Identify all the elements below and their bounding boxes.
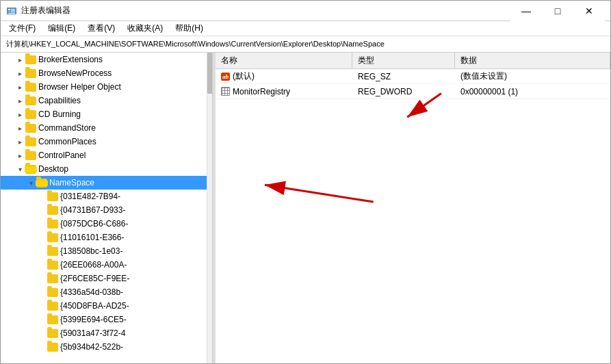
folder-icon — [47, 315, 58, 324]
tree-item-bho[interactable]: Browser Helper Object — [1, 80, 212, 94]
folder-icon — [25, 69, 36, 78]
tree-label: {59031a47-3f72-4 — [60, 328, 125, 338]
tree-item-namespace[interactable]: NameSpace — [1, 176, 212, 190]
tree-label: {26EE0668-A00A- — [60, 260, 127, 270]
expand-arrow — [14, 109, 25, 120]
tree-label: {138508bc-1e03- — [60, 246, 122, 256]
expand-arrow — [36, 273, 47, 284]
menu-edit[interactable]: 编辑(E) — [42, 21, 81, 36]
expand-arrow — [36, 191, 47, 202]
title-bar: 注册表编辑器 — □ ✕ — [1, 1, 610, 21]
tree-item-guid4[interactable]: {11016101-E366- — [1, 231, 212, 244]
tree-item-commonplaces[interactable]: CommonPlaces — [1, 135, 212, 148]
folder-icon — [47, 233, 58, 242]
folder-icon — [47, 343, 58, 352]
svg-rect-6 — [8, 13, 15, 14]
tree-label: {5399E694-6CE5- — [60, 315, 127, 324]
menu-favorites[interactable]: 收藏夹(A) — [122, 21, 168, 36]
folder-icon — [25, 138, 36, 146]
tree-item-browse[interactable]: BrowseNewProcess — [1, 66, 212, 80]
tree-item-guid2[interactable]: {04731B67-D933- — [1, 203, 212, 217]
tree-panel: BrokerExtensions BrowseNewProcess Browse… — [1, 53, 213, 364]
expand-arrow — [36, 246, 47, 257]
reg-sz-icon: ab — [221, 73, 230, 81]
minimize-button[interactable]: — — [510, 1, 542, 21]
tree-label: {4336a54d-038b- — [60, 287, 123, 297]
tree-label: {0875DCB6-C686- — [60, 219, 128, 229]
tree-label: {5b934b42-522b- — [60, 342, 123, 352]
folder-icon — [47, 302, 58, 311]
svg-rect-5 — [11, 12, 15, 12]
window-title: 注册表编辑器 — [21, 5, 70, 16]
folder-icon — [25, 110, 36, 119]
tree-item-guid5[interactable]: {138508bc-1e03- — [1, 244, 212, 258]
expand-arrow — [14, 54, 25, 65]
scrollbar-track — [207, 53, 212, 364]
folder-open-icon — [36, 179, 47, 187]
maximize-button[interactable]: □ — [542, 1, 573, 21]
folder-icon — [47, 288, 58, 297]
tree-item-guid8[interactable]: {4336a54d-038b- — [1, 285, 212, 299]
tree-label: BrowseNewProcess — [38, 68, 112, 78]
cell-name: ab (默认) — [216, 69, 352, 83]
main-content: BrokerExtensions BrowseNewProcess Browse… — [1, 53, 610, 364]
tree-item-guid11[interactable]: {59031a47-3f72-4 — [1, 326, 212, 340]
tree-item-guid6[interactable]: {26EE0668-A00A- — [1, 258, 212, 272]
folder-icon — [47, 220, 58, 229]
menu-file[interactable]: 文件(F) — [3, 21, 41, 36]
menu-help[interactable]: 帮助(H) — [170, 21, 209, 36]
tree-scroll[interactable]: BrokerExtensions BrowseNewProcess Browse… — [1, 53, 212, 364]
col-header-data[interactable]: 数据 — [455, 53, 610, 68]
expand-arrow — [36, 205, 47, 216]
tree-item-broker[interactable]: BrokerExtensions — [1, 53, 212, 66]
folder-icon — [47, 206, 58, 215]
folder-icon — [25, 124, 36, 133]
cell-type: REG_SZ — [352, 69, 455, 83]
data-rows: ab (默认) REG_SZ (数值未设置) MonitorRegistry R… — [216, 69, 610, 364]
tree-item-cd[interactable]: CD Burning — [1, 107, 212, 121]
tree-item-desktop[interactable]: Desktop — [1, 162, 212, 176]
table-row[interactable]: ab (默认) REG_SZ (数值未设置) — [216, 69, 610, 84]
svg-rect-2 — [11, 9, 15, 10]
tree-item-guid12[interactable]: {5b934b42-522b- — [1, 340, 212, 354]
close-button[interactable]: ✕ — [573, 1, 605, 21]
folder-icon — [47, 247, 58, 256]
cell-name: MonitorRegistry — [216, 84, 352, 99]
tree-label: {2F6CE85C-F9EE- — [60, 274, 129, 283]
expand-arrow — [36, 287, 47, 298]
col-header-type[interactable]: 类型 — [352, 53, 455, 68]
folder-icon — [47, 261, 58, 270]
col-header-name[interactable]: 名称 — [216, 53, 352, 68]
folder-icon — [47, 192, 58, 201]
tree-item-guid9[interactable]: {450D8FBA-AD25- — [1, 299, 212, 313]
window-controls: — □ ✕ — [510, 1, 605, 21]
tree-item-guid10[interactable]: {5399E694-6CE5- — [1, 313, 212, 326]
expand-arrow — [36, 232, 47, 243]
expand-arrow — [14, 81, 25, 92]
tree-item-cap[interactable]: Capabilities — [1, 94, 212, 107]
tree-label: Browser Helper Object — [38, 82, 121, 92]
expand-arrow — [36, 259, 47, 270]
expand-arrow — [14, 164, 25, 174]
scrollbar-thumb[interactable] — [207, 53, 213, 94]
address-bar: 计算机\HKEY_LOCAL_MACHINE\SOFTWARE\Microsof… — [1, 36, 610, 53]
tree-item-ctrlpanel[interactable]: ControlPanel — [1, 148, 212, 162]
expand-arrow — [14, 68, 25, 79]
menu-view[interactable]: 查看(V) — [82, 21, 120, 36]
svg-rect-4 — [8, 11, 10, 12]
tree-item-guid3[interactable]: {0875DCB6-C686- — [1, 217, 212, 231]
tree-label: CommandStore — [38, 123, 96, 133]
right-panel: 名称 类型 数据 ab (默认) REG_SZ (数值未设置) — [216, 53, 610, 364]
folder-icon — [25, 96, 36, 105]
tree-item-guid1[interactable]: {031E482-7B94- — [1, 190, 212, 203]
tree-label: CD Burning — [38, 109, 81, 119]
tree-item-cmdstore[interactable]: CommandStore — [1, 121, 212, 135]
tree-label: CommonPlaces — [38, 137, 96, 146]
expand-arrow — [36, 314, 47, 325]
folder-open-icon — [25, 165, 36, 174]
expand-arrow — [36, 328, 47, 339]
table-row[interactable]: MonitorRegistry REG_DWORD 0x00000001 (1) — [216, 84, 610, 99]
window: 注册表编辑器 — □ ✕ 文件(F) 编辑(E) 查看(V) 收藏夹(A) 帮助… — [0, 0, 611, 364]
tree-label: {031E482-7B94- — [60, 192, 120, 201]
tree-item-guid7[interactable]: {2F6CE85C-F9EE- — [1, 272, 212, 285]
